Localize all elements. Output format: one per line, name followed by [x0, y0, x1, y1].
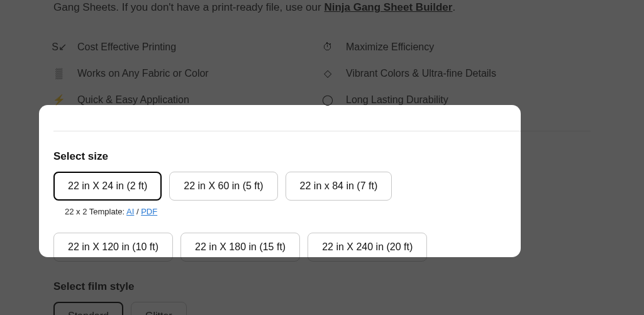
template-sep: /	[134, 207, 141, 216]
feature-label: Quick & Easy Application	[77, 94, 189, 106]
size-option[interactable]: 22 in X 60 in (5 ft)	[169, 172, 277, 201]
feature-label: Maximize Efficiency	[346, 41, 434, 53]
size-option[interactable]: 22 in x 84 in (7 ft)	[286, 172, 392, 201]
film-option[interactable]: Glitter	[131, 302, 187, 315]
feature-item: ◯ Long Lasting Durability	[322, 87, 591, 113]
feature-item: S↙ Cost Effective Printing	[53, 34, 322, 60]
builder-link[interactable]: Ninja Gang Sheet Builder	[324, 1, 452, 13]
drop-icon: ◇	[322, 67, 333, 79]
feature-label: Works on Any Fabric or Color	[77, 68, 209, 79]
feature-label: Long Lasting Durability	[346, 94, 448, 106]
size-option[interactable]: 22 in X 120 in (10 ft)	[53, 233, 173, 262]
template-prefix: 22 x 2 Template:	[65, 207, 126, 216]
shield-icon: ◯	[322, 94, 333, 106]
feature-item: ⏱ Maximize Efficiency	[322, 34, 591, 60]
film-option[interactable]: Standard	[53, 302, 123, 315]
intro-text: Gang Sheets. If you don't have a print-r…	[53, 0, 591, 15]
size-title: Select size	[53, 150, 591, 163]
clock-icon: ⏱	[322, 41, 333, 53]
template-ai-link[interactable]: AI	[126, 207, 134, 216]
intro-prefix: Gang Sheets. If you don't have a print-r…	[53, 1, 324, 13]
grid-icon: ▒	[53, 68, 65, 79]
size-option[interactable]: 22 in X 24 in (2 ft)	[53, 172, 162, 201]
intro-suffix: .	[452, 1, 455, 13]
feature-item: ▒ Works on Any Fabric or Color	[53, 60, 322, 87]
feature-label: Cost Effective Printing	[77, 41, 176, 53]
bolt-icon: ⚡	[53, 94, 65, 106]
template-pdf-link[interactable]: PDF	[141, 207, 157, 216]
feature-item: ◇ Vibrant Colors & Ultra-fine Details	[322, 60, 591, 87]
template-links: 22 x 2 Template: AI / PDF	[65, 207, 591, 216]
size-option[interactable]: 22 in X 180 in (15 ft)	[180, 233, 300, 262]
cost-icon: S↙	[53, 41, 65, 53]
feature-item: ⚡ Quick & Easy Application	[53, 87, 322, 113]
feature-label: Vibrant Colors & Ultra-fine Details	[346, 68, 496, 79]
feature-list: S↙ Cost Effective Printing ▒ Works on An…	[53, 34, 591, 131]
size-option[interactable]: 22 in X 240 in (20 ft)	[308, 233, 427, 262]
film-title: Select film style	[53, 280, 591, 293]
